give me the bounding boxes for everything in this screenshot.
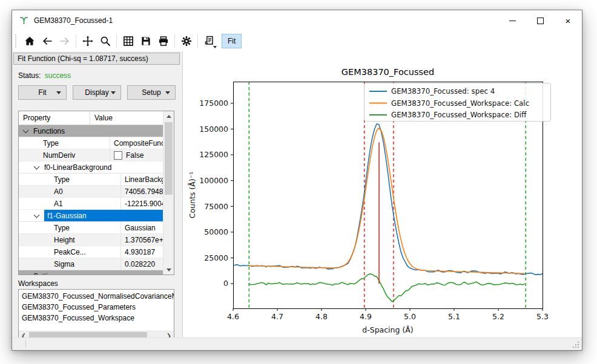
checkbox[interactable] — [114, 151, 122, 160]
y-tick-label: 0 — [223, 279, 228, 288]
group-label: Settings — [33, 272, 59, 276]
property-row[interactable]: Sigma0.028220 — [19, 258, 163, 270]
series-line — [249, 274, 525, 302]
property-row[interactable]: TypeCompositeFunction — [19, 137, 163, 149]
fit-dropdown-button[interactable]: Fit — [18, 85, 67, 100]
property-name: Type — [19, 174, 121, 185]
property-value[interactable]: -12215.900470 — [121, 200, 163, 208]
property-column-header: Property — [19, 111, 90, 125]
maximize-icon — [537, 18, 544, 24]
property-value[interactable]: False — [110, 151, 163, 160]
chevron-down-icon — [165, 91, 170, 94]
window-icon — [19, 16, 29, 26]
property-value[interactable]: 1.370567e+5 — [121, 236, 163, 244]
scroll-up-arrow[interactable] — [163, 111, 174, 121]
x-tick-label: 5.2 — [492, 312, 504, 321]
toolbar-separator — [197, 34, 198, 48]
toolbar-drag-handle[interactable] — [15, 34, 16, 48]
function-group-row[interactable]: Settings — [19, 270, 163, 275]
plot-svg[interactable]: 4.64.74.84.95.05.15.25.30250005000075000… — [183, 51, 581, 337]
y-tick-label: 50000 — [204, 227, 228, 236]
workspace-item[interactable]: GEM38370_Focussed_Workspace — [19, 313, 174, 323]
plot-canvas[interactable]: 4.64.74.84.95.05.15.25.30250005000075000… — [183, 51, 582, 337]
save-button[interactable] — [137, 33, 154, 50]
resize-grip[interactable] — [578, 346, 579, 348]
maximize-button[interactable] — [526, 10, 554, 31]
y-tick-label: 75000 — [204, 202, 228, 211]
x-tick-label: 4.6 — [227, 312, 239, 321]
forward-arrow-icon — [59, 35, 71, 47]
setup-dropdown-button[interactable]: Setup — [127, 85, 176, 100]
gear-icon — [180, 35, 193, 47]
scroll-down-arrow[interactable] — [163, 265, 174, 275]
group-label: f0-LinearBackground — [44, 163, 111, 172]
close-icon: × — [566, 16, 571, 26]
function-group-row[interactable]: f0-LinearBackground — [19, 161, 163, 174]
chevron-down-icon[interactable] — [34, 212, 40, 218]
chevron-down-icon — [111, 91, 116, 94]
home-button[interactable] — [21, 33, 38, 50]
y-tick-label: 150000 — [199, 125, 228, 134]
table-vertical-scrollbar[interactable] — [163, 111, 174, 275]
generate-script-button[interactable] — [200, 33, 218, 50]
pan-button[interactable] — [79, 33, 96, 50]
toolbar-separator — [174, 34, 175, 48]
property-row[interactable]: A074056.794831 — [19, 186, 163, 198]
legend-label: GEM38370_Focussed_Workspace: Diff — [391, 111, 527, 119]
property-name: A1 — [19, 198, 121, 209]
zoom-button[interactable] — [96, 33, 114, 50]
property-value[interactable]: CompositeFunction — [110, 139, 163, 148]
x-tick-label: 4.8 — [315, 312, 328, 321]
workspaces-label: Workspaces — [18, 279, 58, 288]
magnifier-icon — [99, 35, 111, 47]
chart-legend[interactable]: GEM38370_Focussed: spec 4GEM38370_Focuss… — [364, 83, 551, 122]
property-value[interactable]: 74056.794831 — [121, 187, 163, 196]
subplots-button[interactable] — [119, 33, 137, 50]
workspace-item[interactable]: GEM38370_Focussed_Parameters — [19, 302, 174, 313]
x-tick-label: 4.9 — [360, 312, 372, 321]
property-name: NumDeriv — [19, 149, 110, 161]
fit-window: GEM38370_Focussed-1 × — [12, 10, 582, 351]
scrollbar-thumb[interactable] — [165, 122, 173, 195]
fit-function-header[interactable]: Fit Function (Chi-sq = 1.08717, success) — [13, 53, 180, 65]
property-name: Sigma — [19, 258, 121, 270]
back-button[interactable] — [38, 33, 56, 50]
display-dropdown-button[interactable]: Display — [73, 85, 121, 100]
series-line — [233, 124, 543, 275]
workspace-item[interactable]: GEM38370_Focussed_NormalisedCovarianceMa… — [19, 291, 174, 302]
property-value[interactable]: 4.930187 — [121, 248, 163, 256]
property-row[interactable]: TypeGaussian — [19, 222, 163, 234]
property-value[interactable]: Gaussian — [121, 224, 163, 232]
property-row[interactable]: PeakCe...4.930187 — [19, 246, 163, 258]
forward-button[interactable] — [56, 33, 73, 50]
minimize-button[interactable] — [498, 10, 526, 31]
property-row[interactable]: A1-12215.900470 — [19, 198, 163, 210]
chevron-down-icon[interactable] — [23, 272, 29, 275]
function-group-row[interactable]: f1-Gaussian — [19, 210, 163, 222]
property-row[interactable]: TypeLinearBackground — [19, 174, 163, 186]
y-tick-label: 175000 — [199, 99, 228, 108]
function-group-row[interactable]: Functions — [19, 125, 163, 137]
fit-status: Status: success — [18, 71, 182, 80]
chevron-down-icon — [56, 91, 61, 94]
property-row[interactable]: Height1.370567e+5 — [19, 234, 163, 246]
y-tick-label: 100000 — [199, 176, 228, 185]
back-arrow-icon — [41, 35, 53, 47]
close-button[interactable]: × — [554, 10, 582, 31]
legend-label: GEM38370_Focussed_Workspace: Calc — [391, 99, 529, 108]
toolbar-separator — [116, 34, 117, 48]
settings-button[interactable] — [177, 33, 195, 50]
legend-label: GEM38370_Focussed: spec 4 — [391, 87, 495, 96]
property-value[interactable]: 0.028220 — [121, 260, 163, 268]
print-button[interactable] — [154, 33, 172, 50]
status-value: success — [45, 71, 71, 80]
printer-icon — [157, 35, 170, 47]
property-row[interactable]: NumDerivFalse — [19, 149, 163, 161]
chevron-down-icon[interactable] — [34, 163, 40, 169]
y-tick-label: 25000 — [204, 253, 228, 262]
fit-toggle-button[interactable]: Fit — [222, 34, 242, 48]
chevron-down-icon[interactable] — [23, 127, 29, 133]
property-value[interactable]: LinearBackground — [121, 175, 163, 184]
group-label: Functions — [33, 127, 65, 135]
x-tick-label: 4.7 — [271, 312, 283, 321]
